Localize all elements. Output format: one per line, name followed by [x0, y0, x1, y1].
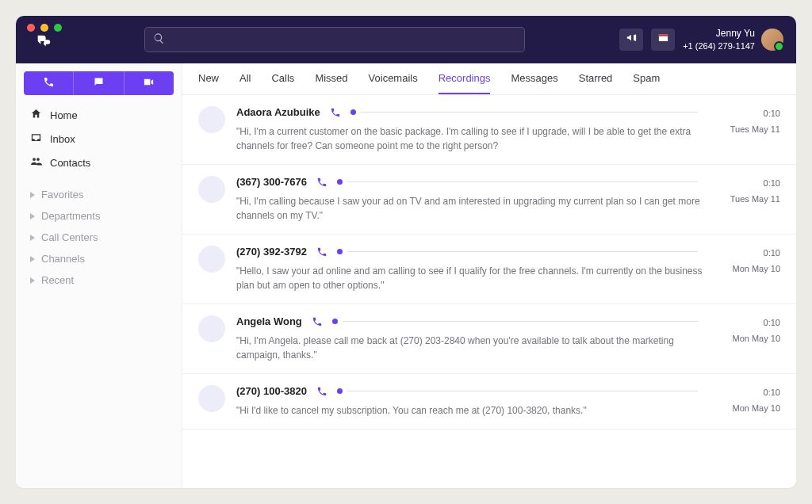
tab-calls[interactable]: Calls [271, 63, 294, 94]
recording-meta: 0:10Tues May 11 [717, 176, 780, 223]
titlebar: Jenny Yu +1 (264) 279-1147 [16, 16, 796, 63]
announcement-button[interactable] [619, 29, 643, 51]
close-window-button[interactable] [27, 24, 35, 32]
tab-spam[interactable]: Spam [633, 63, 660, 94]
group-call-centers[interactable]: Call Centers [24, 227, 174, 248]
app-body: HomeInboxContacts FavoritesDepartmentsCa… [16, 63, 796, 488]
tab-voicemails[interactable]: Voicemails [369, 63, 418, 94]
recording-body: (270) 100-3820"Hi I'd like to cancel my … [236, 385, 706, 418]
group-favorites[interactable]: Favorites [24, 184, 174, 205]
sidebar-groups: FavoritesDepartmentsCall CentersChannels… [16, 179, 182, 296]
recording-header: Adaora Azubuike [236, 106, 706, 118]
group-recent[interactable]: Recent [24, 269, 174, 291]
recording-header: (270) 100-3820 [236, 385, 706, 397]
group-label: Call Centers [41, 231, 98, 243]
new-video-button[interactable] [124, 71, 174, 95]
recording-meta: 0:10Mon May 10 [717, 315, 780, 362]
avatar[interactable] [761, 29, 783, 51]
group-label: Favorites [41, 189, 83, 200]
phone-icon [316, 386, 327, 397]
search-icon [153, 32, 165, 48]
app-window: Jenny Yu +1 (264) 279-1147 HomeInboxCont… [16, 16, 796, 488]
header-right: Jenny Yu +1 (264) 279-1147 [619, 28, 783, 52]
playback-progress[interactable] [332, 319, 698, 324]
activity-button[interactable] [651, 29, 675, 51]
recording-body: (270) 392-3792"Hello, I saw your ad onli… [236, 246, 706, 292]
nav-item-label: Home [50, 109, 78, 121]
date-text: Tues May 11 [717, 192, 780, 208]
tab-missed[interactable]: Missed [315, 63, 347, 94]
progress-track [347, 181, 698, 182]
filter-tabs: NewAllCallsMissedVoicemailsRecordingsMes… [182, 63, 796, 95]
nav-item-home[interactable]: Home [24, 103, 174, 127]
recording-row[interactable]: Angela Wong"Hi, I'm Angela. please call … [182, 304, 796, 374]
new-message-button[interactable] [73, 71, 123, 95]
search-bar[interactable] [144, 27, 525, 52]
progress-track [347, 391, 698, 391]
inbox-icon [30, 132, 42, 146]
maximize-window-button[interactable] [54, 24, 62, 32]
transcript-text: "Hello, I saw your ad online and am call… [236, 264, 706, 292]
recording-row[interactable]: (367) 300-7676"Hi, I'm calling because I… [182, 165, 796, 235]
progress-track [361, 112, 698, 113]
progress-track [343, 321, 698, 322]
phone-icon [312, 316, 323, 327]
transcript-text: "Hi, I'm a current customer on the basic… [236, 124, 706, 153]
contact-name: (270) 100-3820 [236, 385, 307, 397]
megaphone-icon [626, 32, 638, 47]
group-channels[interactable]: Channels [24, 248, 174, 269]
contact-name: Adaora Azubuike [236, 106, 320, 118]
user-phone: +1 (264) 279-1147 [683, 40, 755, 52]
playback-progress[interactable] [337, 388, 698, 394]
contact-avatar [198, 315, 225, 342]
recording-meta: 0:10Tues May 11 [717, 106, 780, 153]
duration-text: 0:10 [717, 246, 780, 262]
search-input[interactable] [171, 34, 516, 46]
sidebar: HomeInboxContacts FavoritesDepartmentsCa… [16, 63, 182, 488]
main-panel: NewAllCallsMissedVoicemailsRecordingsMes… [182, 63, 796, 488]
playhead-icon [332, 319, 338, 324]
user-menu[interactable]: Jenny Yu +1 (264) 279-1147 [683, 28, 783, 52]
contact-avatar [198, 176, 225, 203]
window-controls [27, 24, 62, 32]
date-text: Mon May 10 [717, 401, 780, 417]
group-label: Channels [41, 253, 85, 265]
chevron-right-icon [30, 256, 35, 262]
chevron-right-icon [30, 192, 35, 198]
duration-text: 0:10 [717, 106, 780, 122]
playback-progress[interactable] [337, 179, 698, 185]
app-logo-icon [35, 32, 57, 55]
nav-item-inbox[interactable]: Inbox [24, 127, 174, 151]
recording-row[interactable]: Adaora Azubuike"Hi, I'm a current custom… [182, 95, 796, 165]
tab-starred[interactable]: Starred [579, 63, 613, 94]
recording-body: Angela Wong"Hi, I'm Angela. please call … [236, 315, 706, 362]
recording-row[interactable]: (270) 100-3820"Hi I'd like to cancel my … [182, 374, 796, 430]
contacts-icon [30, 155, 42, 170]
recordings-list: Adaora Azubuike"Hi, I'm a current custom… [182, 95, 796, 488]
group-label: Departments [41, 210, 100, 222]
playback-progress[interactable] [337, 249, 698, 254]
tab-new[interactable]: New [198, 63, 219, 94]
tab-messages[interactable]: Messages [511, 63, 557, 94]
contact-name: (367) 300-7676 [236, 176, 307, 188]
card-icon [657, 32, 669, 47]
duration-text: 0:10 [717, 315, 780, 331]
transcript-text: "Hi I'd like to cancel my subscription. … [236, 403, 706, 418]
recording-meta: 0:10Mon May 10 [717, 246, 780, 292]
recording-header: Angela Wong [236, 315, 706, 327]
new-call-button[interactable] [24, 71, 73, 95]
group-departments[interactable]: Departments [24, 205, 174, 227]
minimize-window-button[interactable] [40, 24, 48, 32]
tab-all[interactable]: All [239, 63, 251, 94]
recording-row[interactable]: (270) 392-3792"Hello, I saw your ad onli… [182, 235, 796, 304]
nav-item-label: Inbox [50, 133, 75, 145]
playback-progress[interactable] [350, 109, 698, 115]
tab-recordings[interactable]: Recordings [439, 63, 491, 94]
recording-header: (270) 392-3792 [236, 246, 706, 258]
nav-item-label: Contacts [50, 157, 90, 169]
nav-item-contacts[interactable]: Contacts [24, 151, 174, 174]
user-name: Jenny Yu [683, 28, 755, 40]
quick-actions [16, 71, 182, 95]
video-icon [143, 76, 155, 91]
transcript-text: "Hi, I'm Angela. please call me back at … [236, 334, 706, 362]
